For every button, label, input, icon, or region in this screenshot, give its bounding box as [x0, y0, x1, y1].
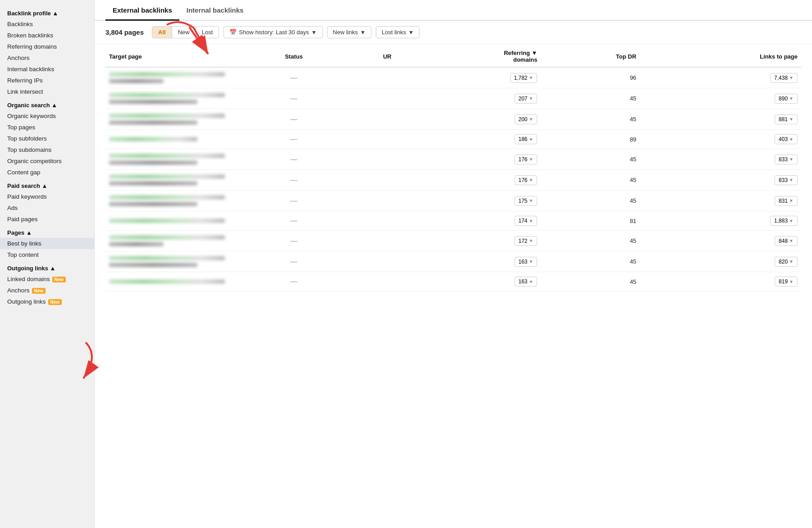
sidebar-item-paid-pages[interactable]: Paid pages [0, 214, 94, 225]
sidebar-item-backlinks[interactable]: Backlinks [0, 18, 94, 30]
lp-value: 833 [779, 177, 788, 183]
cell-target-page-3[interactable] [105, 130, 249, 149]
calendar-icon: 📅 [229, 29, 237, 36]
col-status: Status [249, 44, 339, 67]
cell-links-to-page-8: 848▼ [640, 231, 801, 251]
new-links-dropdown[interactable]: New links ▼ [327, 26, 372, 38]
blurred-content [109, 154, 225, 158]
rd-value: 163 [519, 259, 528, 265]
sidebar-item-outgoing-links[interactable]: Outgoing linksNew [0, 296, 94, 307]
filter-btn-all[interactable]: All [152, 27, 172, 38]
chevron-icon-lp: ▼ [789, 198, 794, 203]
table-row: —176▼45833▼ [105, 149, 801, 170]
links-to-page-btn-7[interactable]: 1,883▼ [770, 216, 798, 226]
sidebar-item-label-anchors: Anchors [7, 55, 30, 61]
cell-referring-domains-3: 186▼ [395, 130, 541, 149]
sidebar-section-paid-search-: Paid search ▲ [0, 178, 94, 191]
status-dash: — [290, 115, 297, 123]
cell-target-page-9[interactable] [105, 251, 249, 272]
sidebar-item-content-gap[interactable]: Content gap [0, 167, 94, 178]
sidebar-item-anchors[interactable]: Anchors [0, 52, 94, 64]
cell-referring-domains-10: 163▼ [395, 272, 541, 291]
sidebar-item-top-subfolders[interactable]: Top subfolders [0, 133, 94, 144]
sidebar-item-internal-backlinks[interactable]: Internal backlinks [0, 64, 94, 75]
sidebar: Backlink profile ▲BacklinksBroken backli… [0, 0, 95, 528]
sidebar-item-label-anchors-new: Anchors [7, 287, 30, 294]
sidebar-item-best-by-links[interactable]: Best by links [0, 238, 94, 249]
lost-links-dropdown[interactable]: Lost links ▼ [376, 26, 420, 38]
table-row: —174▼811,883▼ [105, 211, 801, 231]
links-to-page-btn-2[interactable]: 881▼ [775, 114, 798, 124]
referring-domains-btn-2[interactable]: 200▼ [515, 114, 538, 124]
links-to-page-btn-4[interactable]: 833▼ [775, 155, 798, 164]
referring-domains-btn-9[interactable]: 163▼ [515, 257, 538, 267]
links-to-page-btn-9[interactable]: 820▼ [775, 257, 798, 267]
cell-target-page-6[interactable] [105, 191, 249, 211]
status-dash: — [290, 74, 297, 82]
referring-domains-btn-10[interactable]: 163▼ [515, 277, 538, 287]
referring-domains-btn-6[interactable]: 175▼ [515, 196, 538, 206]
referring-domains-btn-8[interactable]: 172▼ [515, 236, 538, 246]
cell-target-page-5[interactable] [105, 170, 249, 191]
referring-domains-btn-7[interactable]: 174▼ [515, 216, 538, 226]
sidebar-item-label-outgoing-links: Outgoing links [7, 298, 46, 305]
blurred-content [109, 93, 225, 97]
cell-referring-domains-1: 207▼ [395, 88, 541, 109]
table-row: —176▼45833▼ [105, 170, 801, 191]
links-to-page-btn-6[interactable]: 831▼ [775, 196, 798, 206]
filter-btn-lost[interactable]: Lost [196, 27, 219, 38]
cell-target-page-10[interactable] [105, 272, 249, 291]
cell-status-2: — [249, 109, 339, 130]
sidebar-item-organic-competitors[interactable]: Organic competitors [0, 155, 94, 167]
chevron-icon-lp: ▼ [789, 279, 794, 284]
cell-ur-5 [339, 170, 395, 191]
sidebar-item-broken-backlinks[interactable]: Broken backlinks [0, 30, 94, 41]
sidebar-item-top-content[interactable]: Top content [0, 249, 94, 260]
sidebar-item-anchors-new[interactable]: AnchorsNew [0, 285, 94, 296]
sidebar-item-label-organic-keywords: Organic keywords [7, 113, 56, 119]
sidebar-item-referring-ips[interactable]: Referring IPs [0, 75, 94, 86]
sidebar-item-link-intersect[interactable]: Link intersect [0, 86, 94, 97]
chevron-icon-lp: ▼ [789, 259, 794, 264]
sidebar-item-top-subdomains[interactable]: Top subdomains [0, 144, 94, 155]
referring-domains-btn-0[interactable]: 1,782▼ [510, 73, 538, 83]
referring-domains-btn-4[interactable]: 176▼ [515, 155, 538, 164]
chevron-icon: ▼ [529, 198, 534, 203]
history-dropdown[interactable]: 📅 Show history: Last 30 days ▼ [224, 26, 322, 38]
sidebar-section-backlink-profile-: Backlink profile ▲ [0, 5, 94, 18]
cell-target-page-4[interactable] [105, 149, 249, 170]
table-header: Target page Status UR Referring ▼domains… [105, 44, 801, 67]
tab-external[interactable]: External backlinks [105, 0, 179, 21]
links-to-page-btn-5[interactable]: 833▼ [775, 175, 798, 185]
cell-target-page-0[interactable] [105, 67, 249, 88]
sidebar-section-organic-search-: Organic search ▲ [0, 97, 94, 110]
sidebar-item-linked-domains[interactable]: Linked domainsNew [0, 273, 94, 285]
links-to-page-btn-3[interactable]: 403▼ [775, 134, 798, 144]
rd-value: 174 [519, 218, 528, 224]
links-to-page-btn-10[interactable]: 819▼ [775, 277, 798, 287]
cell-target-page-2[interactable] [105, 109, 249, 130]
table-row: —172▼45848▼ [105, 231, 801, 251]
referring-domains-btn-1[interactable]: 207▼ [515, 94, 538, 104]
links-to-page-btn-8[interactable]: 848▼ [775, 236, 798, 246]
cell-target-page-7[interactable] [105, 211, 249, 231]
tab-internal[interactable]: Internal backlinks [179, 0, 251, 21]
cell-ur-4 [339, 149, 395, 170]
sidebar-item-referring-domains[interactable]: Referring domains [0, 41, 94, 52]
filter-btn-new[interactable]: New [172, 27, 196, 38]
rd-value: 200 [519, 116, 528, 123]
chevron-icon: ▼ [529, 157, 534, 162]
sidebar-item-organic-keywords[interactable]: Organic keywords [0, 110, 94, 122]
referring-domains-btn-5[interactable]: 176▼ [515, 175, 538, 185]
referring-domains-btn-3[interactable]: 186▼ [515, 134, 538, 144]
sidebar-item-paid-keywords[interactable]: Paid keywords [0, 191, 94, 202]
links-to-page-btn-0[interactable]: 7,438▼ [770, 73, 798, 83]
links-to-page-btn-1[interactable]: 890▼ [775, 94, 798, 104]
rd-value: 163 [519, 278, 528, 285]
cell-target-page-8[interactable] [105, 231, 249, 251]
sidebar-item-top-pages[interactable]: Top pages [0, 122, 94, 133]
blurred-content [109, 137, 197, 141]
cell-target-page-1[interactable] [105, 88, 249, 109]
lp-value: 833 [779, 156, 788, 163]
sidebar-item-ads[interactable]: Ads [0, 202, 94, 214]
